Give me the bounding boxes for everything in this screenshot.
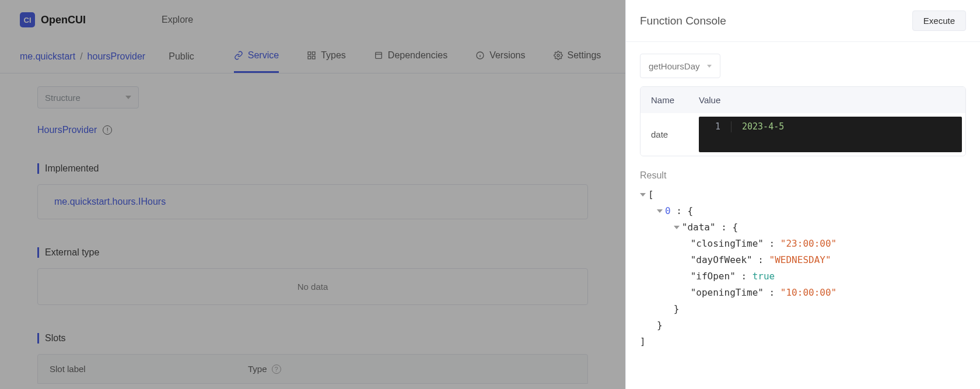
param-row: date 1 2023-4-5 (640, 113, 965, 156)
function-select[interactable]: getHoursDay (640, 54, 720, 78)
col-value-header: Value (699, 95, 720, 105)
caret-icon[interactable] (640, 193, 646, 197)
tab-label: Service (248, 50, 279, 61)
warning-icon[interactable]: ! (103, 125, 112, 135)
slots-col-type: Type (248, 364, 267, 374)
info-icon (475, 51, 485, 60)
param-value-editor[interactable]: 1 2023-4-5 (699, 117, 962, 152)
execute-button[interactable]: Execute (912, 10, 966, 31)
slots-col-label: Slot label (50, 364, 248, 374)
logo[interactable]: CI OpenCUI (20, 12, 86, 27)
breadcrumb-separator: / (80, 51, 82, 62)
panel-body: getHoursDay Name Value date 1 2023-4-5 R… (626, 42, 980, 362)
tab-dependencies[interactable]: Dependencies (374, 40, 447, 73)
result-label: Result (640, 170, 966, 181)
chevron-down-icon (707, 65, 712, 68)
caret-icon[interactable] (657, 209, 663, 213)
params-header: Name Value (640, 87, 965, 113)
tab-label: Types (321, 50, 346, 61)
caret-icon[interactable] (674, 226, 680, 229)
section-implemented: Implemented (37, 163, 588, 174)
result-json: [ 0 : { "data" : { "closingTime" : "23:0… (640, 187, 966, 350)
function-selected: getHoursDay (649, 61, 700, 71)
breadcrumb-part-1[interactable]: me.quickstart (20, 51, 75, 62)
params-table: Name Value date 1 2023-4-5 (640, 86, 966, 156)
chevron-down-icon (125, 96, 131, 99)
tab-label: Settings (568, 50, 601, 61)
svg-rect-4 (375, 52, 382, 59)
grid-icon (307, 51, 316, 60)
svg-rect-3 (312, 56, 315, 59)
help-icon[interactable]: ? (272, 365, 281, 374)
section-slots: Slots (37, 333, 588, 344)
provider-title[interactable]: HoursProvider (37, 125, 97, 135)
panel-title: Function Console (640, 15, 726, 27)
explore-link[interactable]: Explore (162, 15, 193, 25)
svg-rect-1 (312, 52, 315, 55)
tab-settings[interactable]: Settings (554, 40, 601, 73)
visibility-label: Public (169, 51, 194, 62)
line-number: 1 (699, 121, 732, 132)
tab-types[interactable]: Types (307, 40, 346, 73)
logo-icon: CI (20, 12, 35, 27)
svg-point-6 (557, 54, 559, 57)
nav-tabs: Service Types Dependencies Versions (234, 40, 601, 73)
external-empty: No data (37, 268, 588, 305)
breadcrumb-part-2[interactable]: hoursProvider (88, 51, 146, 62)
subheader: me.quickstart / hoursProvider Public Ser… (0, 40, 625, 73)
col-name-header: Name (651, 95, 699, 105)
slots-header: Slot label Type ? (37, 354, 588, 384)
main-area: CI OpenCUI Explore me.quickstart / hours… (0, 0, 625, 389)
tab-label: Versions (489, 50, 525, 61)
app-header: CI OpenCUI Explore (0, 0, 625, 40)
link-icon (234, 51, 243, 60)
svg-rect-2 (308, 56, 311, 59)
gear-icon (554, 51, 563, 60)
param-value: 2023-4-5 (732, 121, 784, 132)
app-name: OpenCUI (41, 14, 86, 26)
select-value: Structure (45, 93, 80, 103)
content: Structure HoursProvider ! Implemented me… (0, 73, 625, 384)
implemented-item[interactable]: me.quickstart.hours.IHours (37, 184, 588, 219)
tab-label: Dependencies (388, 50, 447, 61)
tab-versions[interactable]: Versions (475, 40, 525, 73)
param-name: date (640, 113, 699, 156)
section-external: External type (37, 247, 588, 258)
tab-service[interactable]: Service (234, 40, 279, 73)
package-icon (374, 51, 383, 60)
structure-select[interactable]: Structure (37, 86, 139, 108)
panel-header: Function Console Execute (626, 0, 980, 42)
breadcrumb: me.quickstart / hoursProvider (20, 51, 145, 62)
svg-rect-0 (308, 52, 311, 55)
function-console-panel: Function Console Execute getHoursDay Nam… (625, 0, 980, 389)
